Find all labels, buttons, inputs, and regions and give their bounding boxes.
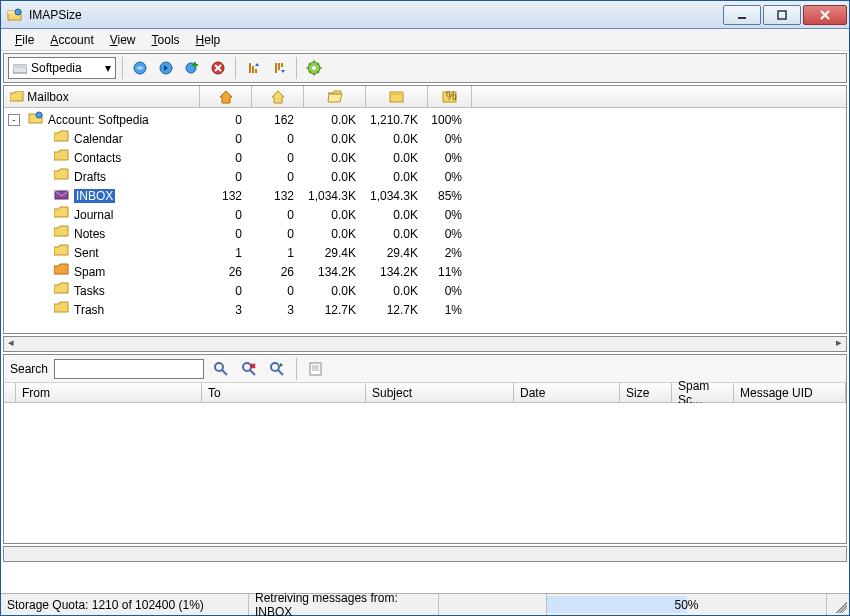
main-window: IMAPSize File Account View Tools Help So… [0,0,850,616]
search-label: Search [10,362,48,376]
toolbar-refresh-button[interactable] [155,57,177,79]
window-title: IMAPSize [29,8,82,22]
statusbar: Storage Quota: 1210 of 102400 (1%) Retre… [1,593,849,615]
tree-row[interactable]: INBOX1321321,034.3K1,034.3K85% [4,186,846,205]
col-spam-score[interactable]: Spam Sc... [672,383,734,402]
menu-file[interactable]: File [7,31,42,49]
svg-rect-20 [390,92,403,95]
col-from[interactable]: From [16,383,202,402]
mailbox-tree[interactable]: -Account: Softpedia01620.0K1,210.7K100%C… [4,108,846,333]
account-combo[interactable]: Softpedia ▾ [8,57,116,79]
resize-grip[interactable] [827,594,849,615]
col-size[interactable]: Size [620,383,672,402]
horizontal-splitter[interactable] [3,336,847,352]
svg-point-26 [215,363,223,371]
svg-rect-34 [310,363,321,375]
toolbar-add-account-button[interactable] [181,57,203,79]
folder-percent-icon: % [442,89,458,105]
tree-row[interactable]: Journal000.0K0.0K0% [4,205,846,224]
menu-account[interactable]: Account [42,31,101,49]
toolbar-sort-asc-button[interactable] [242,57,264,79]
menu-help[interactable]: Help [188,31,229,49]
menu-view[interactable]: View [102,31,144,49]
col-count-direct[interactable] [200,86,252,107]
tree-label: Journal [74,208,113,222]
svg-text:%: % [446,89,457,103]
account-icon [28,110,44,129]
menu-tools[interactable]: Tools [144,31,188,49]
tree-row[interactable]: Trash3312.7K12.7K1% [4,300,846,319]
drive-icon [13,63,27,74]
message-columns: From To Subject Date Size Spam Sc... Mes… [4,383,846,403]
tree-row[interactable]: Spam2626134.2K134.2K11% [4,262,846,281]
chevron-down-icon: ▾ [105,61,111,75]
toolbar: Softpedia ▾ [3,53,847,83]
maximize-button[interactable] [763,5,801,25]
mailbox-panel: Mailbox % -Account: Softpedia01620.0K1,2… [3,85,847,334]
toolbar-sort-desc-button[interactable] [268,57,290,79]
tree-label: Drafts [74,170,106,184]
svg-rect-4 [778,11,786,19]
col-size-total[interactable] [366,86,428,107]
col-size-direct[interactable] [304,86,366,107]
search-find-button[interactable] [210,358,232,380]
tree-row[interactable]: Sent1129.4K29.4K2% [4,243,846,262]
col-message-uid[interactable]: Message UID [734,383,846,402]
folder-icon [54,167,70,186]
tree-label: Tasks [74,284,105,298]
house-orange-icon [218,89,234,105]
tree-row[interactable]: Calendar000.0K0.0K0% [4,129,846,148]
search-clear-button[interactable] [238,358,260,380]
search-input[interactable] [54,359,204,379]
menubar: File Account View Tools Help [1,29,849,51]
folder-icon [54,129,70,148]
svg-line-33 [278,370,283,375]
col-count-total[interactable] [252,86,304,107]
tree-label: Account: Softpedia [48,113,149,127]
grip-icon [833,599,847,613]
folder-icon [54,205,70,224]
message-panel: Search From To Subject Date Size Spam Sc… [3,354,847,544]
svg-point-2 [15,9,21,15]
col-subject[interactable]: Subject [366,383,514,402]
folder-icon [10,91,24,102]
tree-row[interactable]: Notes000.0K0.0K0% [4,224,846,243]
col-to[interactable]: To [202,383,366,402]
tree-row[interactable]: Contacts000.0K0.0K0% [4,148,846,167]
message-list[interactable] [4,403,846,543]
status-empty [439,594,547,615]
svg-line-27 [222,370,227,375]
col-date[interactable]: Date [514,383,620,402]
message-view-button[interactable] [305,358,327,380]
house-yellow-icon [270,89,286,105]
minimize-button[interactable] [723,5,761,25]
titlebar: IMAPSize [1,1,849,29]
svg-line-29 [250,370,255,375]
tree-row-account[interactable]: -Account: Softpedia01620.0K1,210.7K100% [4,110,846,129]
col-handle[interactable] [4,383,16,402]
tree-label: Calendar [74,132,123,146]
tree-row[interactable]: Tasks000.0K0.0K0% [4,281,846,300]
toolbar-stop-button[interactable] [207,57,229,79]
toolbar-settings-button[interactable] [303,57,325,79]
search-advanced-button[interactable] [266,358,288,380]
col-percent[interactable]: % [428,86,472,107]
close-button[interactable] [803,5,847,25]
toolbar-connect-button[interactable] [129,57,151,79]
tree-label: INBOX [74,189,115,203]
account-combo-text: Softpedia [31,61,82,75]
bottom-splitter[interactable] [3,546,847,562]
expander-icon[interactable]: - [8,114,20,126]
svg-rect-13 [192,64,198,66]
col-mailbox[interactable]: Mailbox [4,86,200,107]
folder-open-icon [327,89,343,105]
folder-icon [54,243,70,262]
app-icon [7,7,23,23]
folder-icon [54,262,70,281]
folder-icon [54,186,70,205]
svg-point-24 [36,112,42,118]
tree-label: Sent [74,246,99,260]
tree-row[interactable]: Drafts000.0K0.0K0% [4,167,846,186]
svg-point-28 [243,363,251,371]
folder-icon [54,224,70,243]
